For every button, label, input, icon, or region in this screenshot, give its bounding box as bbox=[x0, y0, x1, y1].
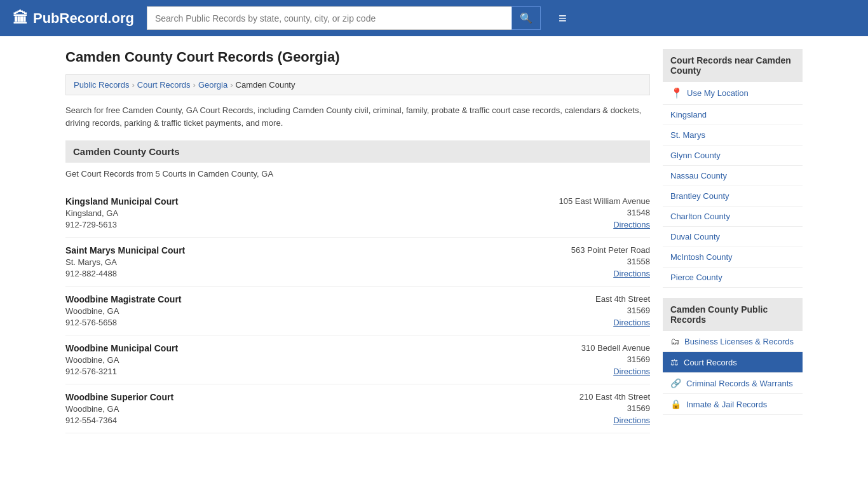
court-left: Woodbine Municipal Court Woodbine, GA 91… bbox=[65, 343, 178, 376]
pr-link[interactable]: Business Licenses & Records bbox=[684, 337, 794, 346]
breadcrumb-sep-2: › bbox=[193, 80, 196, 90]
court-address: 210 East 4th Street bbox=[523, 392, 650, 402]
logo-icon: 🏛 bbox=[13, 10, 28, 27]
court-right: East 4th Street 31569 Directions bbox=[523, 294, 650, 327]
court-location: Woodbine, GA bbox=[65, 355, 178, 365]
use-location-link[interactable]: Use My Location bbox=[687, 88, 749, 98]
court-entry: Woodbine Municipal Court Woodbine, GA 91… bbox=[65, 336, 650, 384]
nearby-list-item[interactable]: St. Marys bbox=[663, 125, 803, 146]
nearby-link[interactable]: St. Marys bbox=[670, 130, 705, 140]
nearby-list-item[interactable]: Duval County bbox=[663, 227, 803, 247]
nearby-link[interactable]: Glynn County bbox=[670, 151, 721, 160]
pr-icon: 🔒 bbox=[670, 399, 681, 409]
court-address: 310 Bedell Avenue bbox=[523, 343, 650, 353]
courts-subtext: Get Court Records from 5 Courts in Camde… bbox=[65, 169, 650, 179]
court-entry: Saint Marys Municipal Court St. Marys, G… bbox=[65, 238, 650, 287]
court-phone: 912-729-5613 bbox=[65, 220, 178, 229]
court-address: 105 East William Avenue bbox=[523, 196, 650, 206]
directions-link[interactable]: Directions bbox=[613, 416, 650, 425]
breadcrumb-court-records[interactable]: Court Records bbox=[137, 80, 191, 90]
pr-list-item[interactable]: 🔗 Criminal Records & Warrants bbox=[663, 373, 803, 394]
pr-link[interactable]: Criminal Records & Warrants bbox=[686, 379, 793, 388]
court-right: 563 Point Peter Road 31558 Directions bbox=[523, 245, 650, 278]
nearby-list-item[interactable]: Charlton County bbox=[663, 207, 803, 227]
court-location: Kingsland, GA bbox=[65, 208, 178, 218]
court-right: 105 East William Avenue 31548 Directions bbox=[523, 196, 650, 229]
court-name: Woodbine Municipal Court bbox=[65, 343, 178, 353]
court-location: St. Marys, GA bbox=[65, 257, 185, 267]
nearby-list-item[interactable]: Glynn County bbox=[663, 146, 803, 166]
court-name: Woodbine Superior Court bbox=[65, 392, 173, 402]
public-records-section-title: Camden County Public Records bbox=[663, 298, 803, 331]
court-right: 310 Bedell Avenue 31569 Directions bbox=[523, 343, 650, 376]
pr-list-item[interactable]: 🗂 Business Licenses & Records bbox=[663, 331, 803, 352]
nearby-link[interactable]: Brantley County bbox=[670, 191, 729, 201]
breadcrumb: Public Records › Court Records › Georgia… bbox=[65, 74, 650, 95]
court-name: Kingsland Municipal Court bbox=[65, 196, 178, 207]
court-zip: 31548 bbox=[523, 208, 650, 217]
court-entry: Woodbine Superior Court Woodbine, GA 912… bbox=[65, 384, 650, 433]
court-entry: Woodbine Magistrate Court Woodbine, GA 9… bbox=[65, 287, 650, 336]
site-header: 🏛 PubRecord.org 🔍 ≡ bbox=[0, 0, 868, 36]
court-phone: 912-576-5658 bbox=[65, 318, 182, 327]
court-zip: 31558 bbox=[523, 257, 650, 266]
breadcrumb-public-records[interactable]: Public Records bbox=[74, 80, 129, 90]
court-right: 210 East 4th Street 31569 Directions bbox=[523, 392, 650, 425]
court-address: 563 Point Peter Road bbox=[523, 245, 650, 255]
court-phone: 912-554-7364 bbox=[65, 416, 173, 425]
pr-icon: 🗂 bbox=[670, 336, 679, 346]
nearby-link[interactable]: Pierce County bbox=[670, 273, 722, 282]
nearby-list: 📍 Use My Location KingslandSt. MarysGlyn… bbox=[663, 82, 803, 288]
pr-list-item[interactable]: 🔒 Inmate & Jail Records bbox=[663, 394, 803, 415]
search-input[interactable] bbox=[147, 6, 512, 30]
breadcrumb-sep-1: › bbox=[132, 80, 134, 90]
intro-text: Search for free Camden County, GA Court … bbox=[65, 104, 650, 129]
menu-button[interactable]: ≡ bbox=[559, 10, 567, 27]
courts-list: Kingsland Municipal Court Kingsland, GA … bbox=[65, 189, 650, 433]
pr-link[interactable]: Court Records bbox=[684, 358, 737, 367]
court-phone: 912-882-4488 bbox=[65, 269, 185, 278]
nearby-section-title: Court Records near Camden County bbox=[663, 49, 803, 82]
nearby-link[interactable]: Kingsland bbox=[670, 110, 707, 119]
court-name: Woodbine Magistrate Court bbox=[65, 294, 182, 304]
nearby-link[interactable]: McIntosh County bbox=[670, 252, 733, 262]
site-logo[interactable]: 🏛 PubRecord.org bbox=[13, 10, 134, 27]
logo-text: PubRecord.org bbox=[33, 10, 134, 27]
pr-link[interactable]: Inmate & Jail Records bbox=[686, 400, 767, 409]
court-name: Saint Marys Municipal Court bbox=[65, 245, 185, 255]
page-title: Camden County Court Records (Georgia) bbox=[65, 49, 650, 65]
pr-icon: 🔗 bbox=[670, 378, 681, 388]
location-pin-icon: 📍 bbox=[670, 87, 683, 99]
court-left: Kingsland Municipal Court Kingsland, GA … bbox=[65, 196, 178, 229]
court-zip: 31569 bbox=[523, 403, 650, 413]
public-records-list: 🗂 Business Licenses & Records ⚖ Court Re… bbox=[663, 331, 803, 415]
court-address: East 4th Street bbox=[523, 294, 650, 304]
court-entry: Kingsland Municipal Court Kingsland, GA … bbox=[65, 189, 650, 238]
nearby-link[interactable]: Duval County bbox=[670, 232, 720, 241]
court-left: Woodbine Magistrate Court Woodbine, GA 9… bbox=[65, 294, 182, 327]
directions-link[interactable]: Directions bbox=[613, 318, 650, 327]
court-location: Woodbine, GA bbox=[65, 306, 182, 316]
nearby-list-item[interactable]: Brantley County bbox=[663, 186, 803, 207]
nearby-list-item[interactable]: McIntosh County bbox=[663, 247, 803, 268]
directions-link[interactable]: Directions bbox=[613, 367, 650, 376]
directions-link[interactable]: Directions bbox=[613, 220, 650, 229]
main-container: Camden County Court Records (Georgia) Pu… bbox=[53, 36, 815, 446]
nearby-link[interactable]: Nassau County bbox=[670, 171, 727, 180]
use-location-item[interactable]: 📍 Use My Location bbox=[663, 82, 803, 105]
nearby-list-item[interactable]: Kingsland bbox=[663, 105, 803, 125]
court-zip: 31569 bbox=[523, 355, 650, 364]
nearby-list-item[interactable]: Nassau County bbox=[663, 166, 803, 186]
court-zip: 31569 bbox=[523, 306, 650, 315]
pr-icon: ⚖ bbox=[670, 357, 679, 367]
court-left: Woodbine Superior Court Woodbine, GA 912… bbox=[65, 392, 173, 425]
nearby-link[interactable]: Charlton County bbox=[670, 212, 730, 221]
breadcrumb-georgia[interactable]: Georgia bbox=[198, 80, 227, 90]
pr-list-item[interactable]: ⚖ Court Records bbox=[663, 352, 803, 373]
court-location: Woodbine, GA bbox=[65, 404, 173, 414]
court-phone: 912-576-3211 bbox=[65, 367, 178, 376]
search-button[interactable]: 🔍 bbox=[512, 6, 541, 30]
nearby-list-item[interactable]: Pierce County bbox=[663, 268, 803, 288]
directions-link[interactable]: Directions bbox=[613, 269, 650, 278]
breadcrumb-sep-3: › bbox=[230, 80, 233, 90]
